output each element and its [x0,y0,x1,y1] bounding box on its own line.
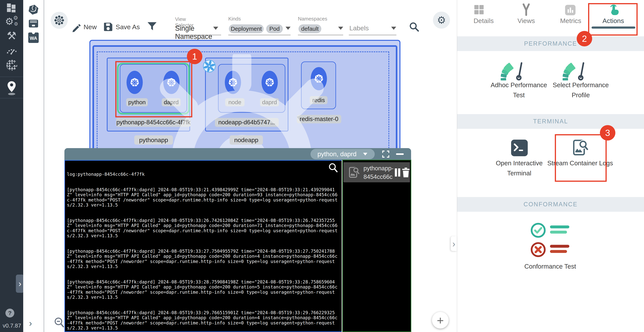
section-conformance-header: CONFORMANCE [457,197,644,212]
log-title: log:pythonapp-8454cc66c-4f7fk [67,172,340,177]
dapr-spinner-icon [203,59,216,73]
add-button[interactable]: + [432,312,448,329]
container-daprd[interactable] [262,71,278,94]
tab-metrics[interactable] [565,5,576,16]
open-interactive-terminal-label[interactable]: Open Interactive Terminal [486,158,552,178]
container-selector[interactable]: python, daprd [310,149,375,159]
kinds-label: Kinds [228,16,241,22]
sidebar-expand-button[interactable]: › [16,275,24,293]
adhoc-performance-test-label[interactable]: Adhoc Performance Test [486,80,552,100]
log-stream-tab[interactable]: pythonapp- 8454cc66c [344,162,410,182]
view-selector-value: Single Namespace [175,24,212,41]
panel-collapse-button[interactable]: › [451,236,457,251]
tab-metrics-label[interactable]: Metrics [551,17,590,24]
stream-tab-pod-line2: 8454cc66c [364,173,394,181]
chevron-down-icon [213,27,218,30]
chevron-right-icon: › [18,279,22,289]
pause-icon[interactable] [398,168,400,177]
save-icon [103,22,113,32]
rail-collapse-button[interactable]: › [29,318,32,328]
minimize-icon[interactable] [396,153,404,155]
select-performance-profile-button[interactable] [562,57,600,81]
canvas-zoom-out-button[interactable] [54,316,65,329]
wasm-notch [32,32,35,34]
sidebar-item-locations[interactable] [6,81,17,97]
section-terminal-header: TERMINAL [457,114,644,129]
conformance-test-button[interactable] [530,222,546,239]
terminal-log-pane[interactable]: log:pythonapp-8454cc66c-4f7fk [pythonapp… [64,160,342,332]
container-label: daprd [260,98,279,106]
annotation-circle-3: 3 [600,125,615,141]
log-entry: [pythonapp-8454cc66c-4f7fk:daprd] 2024-0… [67,310,340,331]
namespace-chip: nodeapp [230,135,263,145]
pod-redis[interactable]: redis [301,61,336,109]
sidebar-item-settings[interactable]: ⚙ ⚙ ⚙ [5,15,18,28]
filter-button[interactable] [147,21,157,32]
field-underline [349,35,396,35]
sidebar-item-conformance[interactable] [6,59,18,72]
sidebar-divider [0,77,23,77]
search-button[interactable] [409,22,420,33]
question-icon: ? [8,310,12,316]
container-label: redis [310,96,328,104]
check-line-2 [550,231,567,234]
rail-item-wasm[interactable]: WA [28,32,39,43]
select-performance-profile-label[interactable]: Select Performance Profile [548,80,614,100]
tab-details-label[interactable]: Details [464,17,503,24]
adhoc-performance-test-button[interactable] [500,57,538,81]
field-underline [228,35,290,35]
wasm-label: WA [28,35,39,41]
conformance-test-label[interactable]: Conformance Test [515,261,585,272]
gear-small-icon: ⚙ [13,15,18,21]
stream-logs-icon [348,166,360,179]
conformance-fail-icon-wrap [530,241,546,259]
x-line-1 [550,245,569,248]
check-circle-icon [530,222,546,239]
kind-chip-deployment[interactable]: Deployment [229,24,264,33]
gauge-icon [562,57,600,80]
secondary-sidebar: WA › [23,0,44,332]
views-branch-icon [520,3,532,16]
pod-nodeapp[interactable]: node daprd [218,64,285,113]
dashboard-grid-icon [6,3,17,13]
tab-views[interactable] [520,3,532,17]
annotation-box-1 [115,61,192,117]
gauge-icon [6,45,18,54]
chevron-down-icon [363,153,367,155]
rail-item-archive[interactable] [28,18,39,29]
log-entry: [pythonapp-8454cc66c-4f7fk:daprd] 2024-0… [67,187,340,208]
save-as-button[interactable]: Save As [103,22,146,32]
pencil-icon [71,22,81,32]
terminal-header[interactable]: python, daprd [64,148,411,160]
container-label: node [225,98,244,106]
sidebar-item-tools[interactable]: ⚒ [6,29,18,42]
pause-icon[interactable] [395,168,397,177]
sidebar-item-dashboard[interactable] [6,3,17,13]
fullscreen-icon[interactable] [382,150,390,158]
kind-chip-pod[interactable]: Pod [266,24,283,33]
chevron-right-icon: › [29,318,32,328]
container-node[interactable] [225,71,241,94]
magnifier-cursor-icon [328,162,338,173]
container-redis[interactable] [311,67,327,90]
tab-details[interactable] [474,5,484,15]
namespace-chip-default[interactable]: default [298,24,321,33]
metrics-bar-chart-icon [565,5,576,15]
inbox-icon [28,18,39,29]
sidebar-item-performance[interactable] [6,45,18,55]
new-button[interactable]: New [71,22,102,32]
app-root: ⚙ ⚙ ⚙ ⚒ [0,0,644,332]
rail-item-spinner[interactable] [28,4,39,16]
open-interactive-terminal-button[interactable] [511,139,528,157]
tab-views-label[interactable]: Views [507,17,546,24]
triangle-pie-icon [6,59,18,71]
pod-name-chip: nodeapp-d64b5747... [215,118,279,127]
section-performance-header: PERFORMANCE [457,36,644,51]
annotation-box-2 [588,3,638,35]
help-button[interactable]: ? [6,309,14,318]
deployment-nodeapp[interactable]: node daprd nodeapp-d64b5747... [205,58,288,131]
trash-icon[interactable] [402,167,410,178]
settings-button[interactable]: ⚙ [433,11,450,29]
field-underline [298,35,343,35]
graph-menu-button[interactable] [51,12,68,29]
